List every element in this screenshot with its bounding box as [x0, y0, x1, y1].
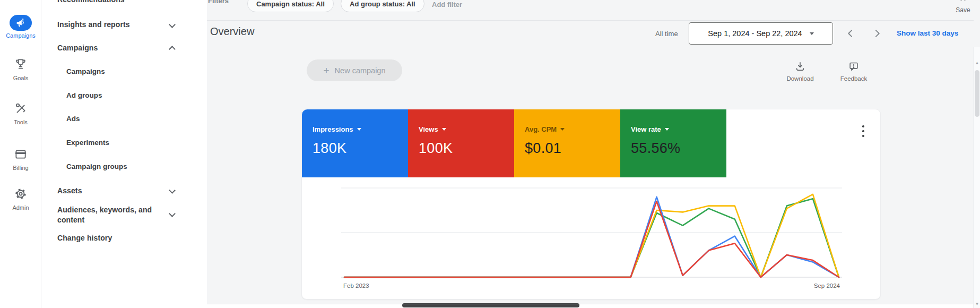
sidebar-item-campaigns-section[interactable]: Campaigns: [57, 44, 98, 52]
rail-label-campaigns: Campaigns: [0, 32, 41, 39]
google-ads-app: Campaigns Goals Tools Billing Admin: [0, 0, 980, 308]
rail-label-admin: Admin: [0, 204, 41, 211]
sidebar-item-ads[interactable]: Ads: [66, 115, 80, 123]
filters-label: Filters: [208, 0, 229, 5]
filter-chip-ad-group-status[interactable]: Ad group status: All: [341, 0, 424, 12]
date-range-shortcut-label: All time: [655, 30, 678, 38]
divider: [207, 20, 974, 21]
overview-card: Impressions 180K Views 100K Avg. CPM $0.…: [301, 109, 881, 300]
chevron-down-icon[interactable]: [357, 128, 361, 131]
sidebar-item-assets[interactable]: Assets: [57, 186, 82, 195]
rail-item-billing[interactable]: Billing: [0, 147, 41, 171]
sidebar-item-experiments[interactable]: Experiments: [66, 139, 109, 147]
date-range-value: Sep 1, 2024 - Sep 22, 2024: [708, 29, 802, 38]
nav-rail: Campaigns Goals Tools Billing Admin: [0, 0, 41, 308]
rail-label-tools: Tools: [0, 119, 41, 125]
metric-value: $0.01: [525, 140, 620, 157]
feedback-label: Feedback: [834, 75, 873, 82]
overview-chart: [302, 177, 881, 286]
x-axis-label-start: Feb 2023: [343, 283, 369, 289]
metric-card-impressions[interactable]: Impressions 180K: [302, 109, 408, 177]
tools-icon: [14, 101, 28, 115]
sidebar: Recommendations Insights and reports Cam…: [41, 0, 207, 308]
chevron-down-icon[interactable]: [169, 21, 176, 28]
rail-label-billing: Billing: [0, 165, 41, 171]
vertical-scrollbar[interactable]: ▲ ▼: [973, 47, 980, 308]
sidebar-item-recommendations[interactable]: Recommendations: [57, 0, 125, 4]
rail-item-tools[interactable]: Tools: [0, 101, 41, 125]
download-button[interactable]: Download: [780, 61, 820, 82]
vertical-scrollbar-thumb[interactable]: [975, 70, 979, 117]
chevron-down-icon[interactable]: [169, 210, 176, 217]
sidebar-item-campaign-groups[interactable]: Campaign groups: [66, 162, 127, 170]
date-range-picker[interactable]: Sep 1, 2024 - Sep 22, 2024: [689, 22, 833, 45]
show-last-30-days-link[interactable]: Show last 30 days: [897, 29, 958, 37]
download-icon: [794, 65, 806, 74]
chevron-down-icon[interactable]: [560, 128, 565, 131]
page-title: Overview: [210, 25, 254, 38]
next-period-button[interactable]: [870, 27, 884, 40]
metric-label: Avg. CPM: [525, 125, 557, 133]
rail-item-campaigns[interactable]: Campaigns: [0, 15, 41, 39]
scroll-down-arrow-icon[interactable]: ▼: [974, 302, 980, 306]
metric-label: Impressions: [313, 125, 353, 133]
megaphone-icon: [10, 15, 32, 31]
feedback-button[interactable]: Feedback: [834, 61, 873, 82]
rail-item-admin[interactable]: Admin: [0, 187, 41, 211]
sidebar-item-audiences-keywords-content[interactable]: Audiences, keywords, and content: [57, 205, 166, 225]
chevron-down-icon[interactable]: [169, 187, 176, 194]
metric-value: 180K: [313, 140, 408, 157]
chevron-down-icon: [810, 32, 814, 35]
save-label: Save: [951, 6, 975, 14]
metric-card-avg-cpm[interactable]: Avg. CPM $0.01: [514, 109, 620, 177]
new-campaign-label: New campaign: [335, 66, 386, 75]
sidebar-item-change-history[interactable]: Change history: [57, 234, 112, 242]
sidebar-item-insights-and-reports[interactable]: Insights and reports: [57, 20, 130, 29]
metric-card-view-rate[interactable]: View rate 55.56%: [620, 109, 726, 177]
filter-chip-campaign-status[interactable]: Campaign status: All: [247, 0, 334, 12]
metric-value: 55.56%: [631, 140, 726, 157]
trophy-icon: [14, 57, 28, 71]
plus-icon: +: [323, 65, 329, 75]
sidebar-item-campaigns[interactable]: Campaigns: [66, 67, 105, 75]
rail-label-goals: Goals: [0, 75, 41, 81]
metric-label: View rate: [631, 125, 661, 133]
gear-icon: [14, 187, 28, 201]
x-axis-label-end: Sep 2024: [791, 283, 840, 289]
metric-value: 100K: [419, 140, 514, 157]
chevron-down-icon[interactable]: [665, 128, 669, 131]
scroll-up-arrow-icon[interactable]: ▲: [974, 61, 980, 65]
chevron-up-icon[interactable]: [169, 46, 176, 53]
download-label: Download: [780, 75, 820, 82]
metric-card-views[interactable]: Views 100K: [408, 109, 514, 177]
chevron-down-icon[interactable]: [442, 128, 446, 131]
save-button[interactable]: Save: [951, 0, 975, 14]
rail-item-goals[interactable]: Goals: [0, 57, 41, 81]
feedback-icon: [848, 65, 860, 74]
main-content: Filters Campaign status: All Ad group st…: [207, 0, 980, 304]
kebab-menu-icon[interactable]: [857, 124, 869, 138]
metric-label: Views: [419, 125, 438, 133]
new-campaign-button[interactable]: + New campaign: [307, 59, 402, 81]
add-filter-button[interactable]: Add filter: [432, 1, 462, 8]
previous-period-button[interactable]: [844, 27, 857, 40]
credit-card-icon: [14, 147, 28, 161]
bookmark-save-icon: [958, 0, 968, 6]
sidebar-item-ad-groups[interactable]: Ad groups: [66, 91, 102, 99]
